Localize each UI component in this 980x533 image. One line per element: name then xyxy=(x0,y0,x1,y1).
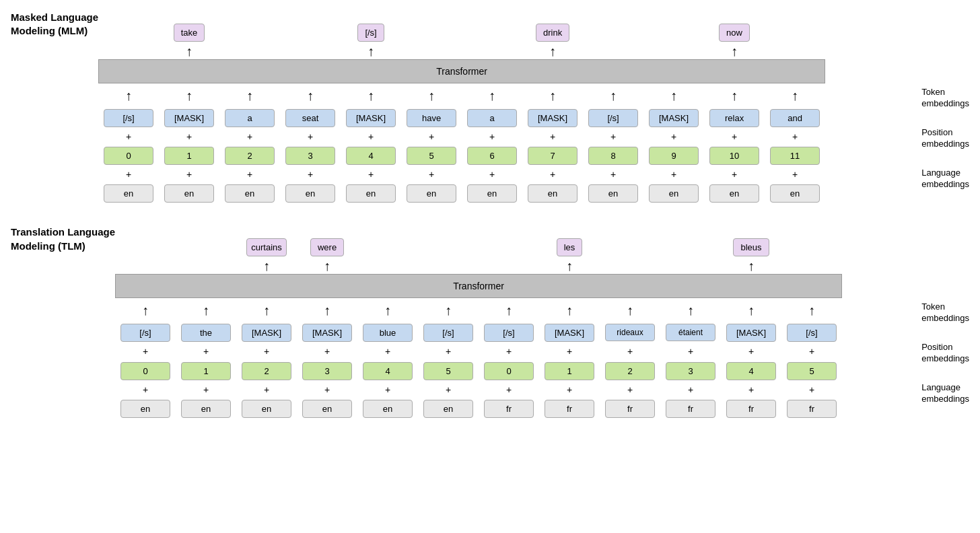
mlm-token-embeddings-row: [/s] [MASK] a seat [MASK] have a [MASK] … xyxy=(98,109,825,127)
predicted-token-take: take xyxy=(174,24,205,42)
tlm-language-embeddings-label: Languageembeddings xyxy=(921,382,969,406)
predicted-token-s1: [/s] xyxy=(357,24,384,42)
tlm-position-embeddings-label: Positionembeddings xyxy=(921,341,969,365)
tlm-title: Translation LanguageModeling (TLM) xyxy=(11,225,115,253)
tlm-section: Translation LanguageModeling (TLM) curta… xyxy=(11,225,969,419)
mlm-title: Masked LanguageModeling (MLM) xyxy=(11,11,98,38)
predicted-token-bleus: bleus xyxy=(733,238,769,256)
predicted-token-drink: drink xyxy=(536,24,569,42)
mlm-predicted-row: take ↑ [/s] ↑ drink ↑ xyxy=(98,11,916,58)
predicted-token-curtains: curtains xyxy=(246,238,287,256)
mlm-position-embeddings-row: 0 1 2 3 4 5 6 7 8 9 10 11 xyxy=(98,147,825,165)
tlm-token-embeddings-row: [/s] the [MASK] [MASK] blue [/s] [/s] [M… xyxy=(115,324,842,342)
tlm-token-embeddings-label: Tokenembeddings xyxy=(921,301,969,325)
mlm-language-embeddings-label: Languageembeddings xyxy=(921,167,969,191)
predicted-token-now: now xyxy=(719,24,750,42)
mlm-section: Masked LanguageModeling (MLM) take ↑ xyxy=(11,11,969,204)
predicted-token-were: were xyxy=(310,238,344,256)
mlm-position-embeddings-label: Positionembeddings xyxy=(921,127,969,151)
tlm-transformer: Transformer xyxy=(115,274,842,298)
tlm-predicted-row: curtains ↑ were ↑ les ↑ xyxy=(115,225,916,273)
predicted-token-les: les xyxy=(557,238,583,256)
tlm-language-embeddings-row: en en en en en en fr fr fr fr fr fr xyxy=(115,400,842,418)
mlm-token-embeddings-label: Tokenembeddings xyxy=(921,86,969,110)
mlm-transformer: Transformer xyxy=(98,59,825,83)
mlm-language-embeddings-row: en en en en en en en en en en en en xyxy=(98,184,825,203)
tlm-position-embeddings-row: 0 1 2 3 4 5 0 1 2 3 4 5 xyxy=(115,362,842,380)
